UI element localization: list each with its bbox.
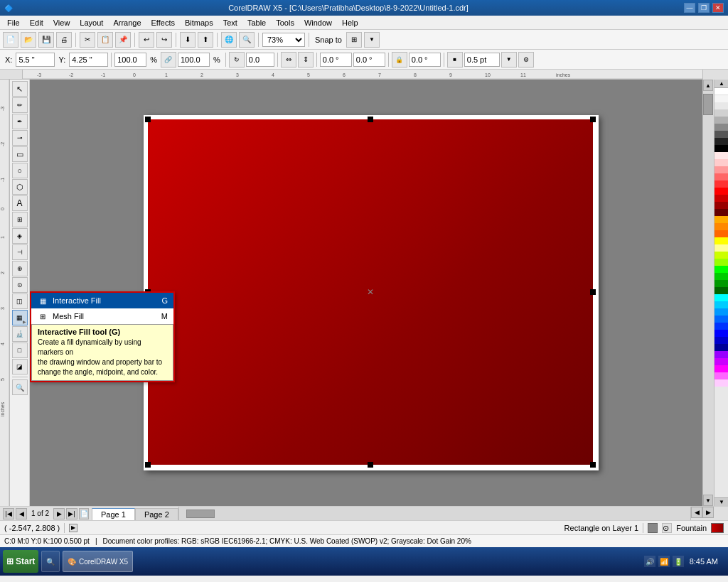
- new-button[interactable]: 📄: [3, 32, 18, 48]
- popup-mesh-fill[interactable]: ⊞ Mesh Fill M: [31, 308, 173, 324]
- menu-bitmaps[interactable]: Bitmaps: [181, 17, 218, 28]
- handle-bottom-left[interactable]: [145, 462, 151, 468]
- swatch-gray1[interactable]: [714, 109, 728, 117]
- stroke-width-input[interactable]: [464, 53, 500, 67]
- freehand-tool[interactable]: ✏: [12, 97, 28, 113]
- swatch-forest-green[interactable]: [714, 280, 728, 287]
- blend-tool[interactable]: ⊕: [12, 261, 28, 276]
- status-icon2[interactable]: ⊙: [662, 523, 672, 533]
- swatch-yellow[interactable]: [714, 237, 728, 244]
- basic-shapes-tool[interactable]: ◈: [12, 228, 28, 244]
- contour-tool[interactable]: ⊙: [12, 277, 28, 293]
- swatch-white[interactable]: [714, 88, 728, 95]
- open-button[interactable]: 📂: [21, 32, 36, 48]
- swatch-lime[interactable]: [714, 259, 728, 266]
- swatch-blue1[interactable]: [714, 308, 728, 316]
- angle-icon[interactable]: ↻: [229, 52, 245, 68]
- print-button[interactable]: 🖨: [56, 32, 72, 48]
- swatch-very-dark-red[interactable]: [714, 209, 728, 216]
- close-button[interactable]: ✕: [712, 3, 724, 13]
- swatch-orange2[interactable]: [714, 223, 728, 230]
- width-input[interactable]: [114, 53, 146, 67]
- page-last-btn[interactable]: ▶|: [66, 508, 77, 519]
- handle-top-right[interactable]: [590, 117, 596, 122]
- rectangle-object[interactable]: ✕: [148, 119, 593, 465]
- swatch-black[interactable]: [714, 145, 728, 152]
- swatch-orange3[interactable]: [714, 230, 728, 237]
- swatch-dark-gray[interactable]: [714, 131, 728, 138]
- import-button[interactable]: ⬇: [180, 32, 196, 48]
- handle-top-center[interactable]: [368, 117, 373, 122]
- play-btn[interactable]: ▶: [69, 524, 77, 532]
- copy-button[interactable]: 📋: [97, 32, 113, 48]
- taskbar-coreldraw[interactable]: 🎨 CorelDRAW X5: [63, 551, 133, 572]
- outline-tool[interactable]: □: [12, 343, 28, 358]
- swatch-orange1[interactable]: [714, 216, 728, 223]
- swatch-light-magenta[interactable]: [714, 372, 728, 379]
- export-button[interactable]: ⬆: [198, 32, 213, 48]
- table-tool[interactable]: ⊞: [12, 212, 28, 227]
- canvas[interactable]: ✕ ▦ Interactive Fill G ⊞ Mesh Fill M: [30, 80, 702, 506]
- swatch-pure-blue[interactable]: [714, 330, 728, 337]
- x2-input[interactable]: [320, 53, 352, 67]
- swatch-near-black[interactable]: [714, 138, 728, 145]
- ellipse-tool[interactable]: ○: [12, 163, 28, 178]
- menu-edit[interactable]: Edit: [26, 17, 48, 28]
- palette-scroll-down[interactable]: ▼: [714, 497, 728, 506]
- menu-help[interactable]: Help: [338, 17, 363, 28]
- swatch-light-red[interactable]: [714, 152, 728, 159]
- tab-page2[interactable]: Page 2: [135, 508, 178, 520]
- swatch-dark-blue1[interactable]: [714, 337, 728, 344]
- menu-file[interactable]: File: [3, 17, 24, 28]
- y2-input[interactable]: [353, 53, 385, 67]
- swatch-dark-red1[interactable]: [714, 195, 728, 202]
- swatch-magenta[interactable]: [714, 365, 728, 372]
- stroke-color-btn[interactable]: ■: [447, 52, 463, 68]
- vertical-scrollbar[interactable]: ▲ ▼: [702, 80, 714, 506]
- mirror-h-btn[interactable]: ⇔: [281, 52, 296, 68]
- swatch-cyan[interactable]: [714, 294, 728, 301]
- swatch-sky-blue[interactable]: [714, 301, 728, 308]
- swatch-pink[interactable]: [714, 159, 728, 166]
- status-icon1[interactable]: [648, 523, 658, 533]
- swatch-very-dark-green[interactable]: [714, 287, 728, 294]
- stroke-settings-btn[interactable]: ⚙: [518, 52, 534, 68]
- handle-top-left[interactable]: [145, 117, 151, 122]
- smart-draw-tool[interactable]: ✒: [12, 114, 28, 129]
- popup-interactive-fill[interactable]: ▦ Interactive Fill G: [31, 293, 173, 308]
- save-button[interactable]: 💾: [38, 32, 54, 48]
- lock-btn[interactable]: 🔒: [392, 52, 407, 68]
- zoom-tool[interactable]: 🔍: [12, 379, 28, 395]
- swatch-red2[interactable]: [714, 188, 728, 195]
- handle-bottom-center[interactable]: [368, 462, 373, 468]
- angle-input[interactable]: [246, 53, 274, 67]
- swatch-green[interactable]: [714, 266, 728, 273]
- swatch-yellow-green[interactable]: [714, 252, 728, 259]
- swatch-blue3[interactable]: [714, 323, 728, 330]
- paste-button[interactable]: 📌: [115, 32, 131, 48]
- swatch-lavender[interactable]: [714, 379, 728, 387]
- h-scroll-thumb[interactable]: [186, 510, 215, 518]
- rectangle-tool[interactable]: ▭: [12, 146, 28, 162]
- scroll-left-btn[interactable]: ◀: [691, 507, 702, 518]
- handle-mid-right[interactable]: [590, 289, 596, 295]
- shadow-tool[interactable]: ◫: [12, 293, 28, 309]
- menu-effects[interactable]: Effects: [147, 17, 179, 28]
- page-prev-btn[interactable]: ◀: [16, 508, 27, 519]
- eyedropper-tool[interactable]: 🔬: [12, 326, 28, 342]
- restore-button[interactable]: ❐: [698, 3, 710, 13]
- page-next-btn[interactable]: ▶: [53, 508, 65, 519]
- swatch-salmon[interactable]: [714, 166, 728, 173]
- menu-arrange[interactable]: Arrange: [109, 17, 145, 28]
- polygon-tool[interactable]: ⬡: [12, 179, 28, 195]
- menu-text[interactable]: Text: [219, 17, 242, 28]
- snap-btn[interactable]: ⊞: [346, 32, 362, 48]
- stroke-input[interactable]: [409, 53, 441, 67]
- swatch-dark-red2[interactable]: [714, 202, 728, 209]
- swatch-red1[interactable]: [714, 180, 728, 188]
- page-add-btn[interactable]: 📄: [79, 508, 89, 519]
- scroll-right-btn[interactable]: ▶: [702, 507, 714, 518]
- h-scrollbar[interactable]: [178, 507, 691, 520]
- zoom-btn2[interactable]: 🔍: [239, 32, 255, 48]
- undo-button[interactable]: ↩: [139, 32, 154, 48]
